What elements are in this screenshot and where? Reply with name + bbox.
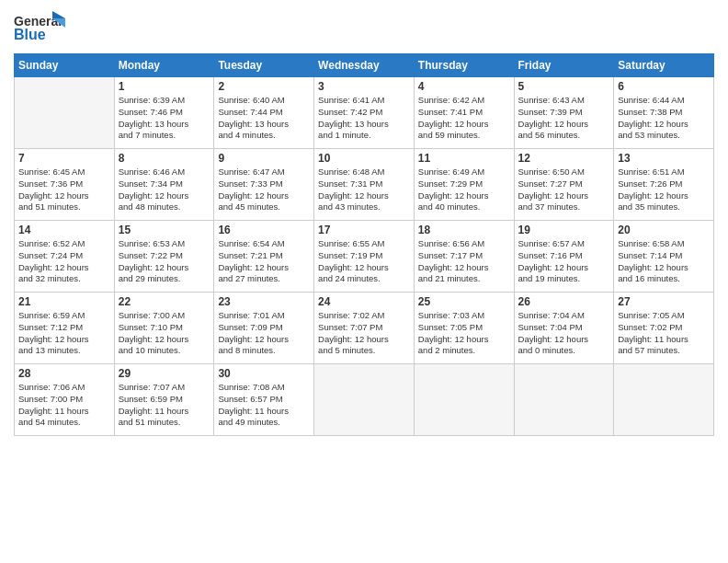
week-row-3: 14Sunrise: 6:52 AM Sunset: 7:24 PM Dayli… <box>15 221 714 293</box>
day-info: Sunrise: 6:42 AM Sunset: 7:41 PM Dayligh… <box>418 95 510 142</box>
calendar-cell: 18Sunrise: 6:56 AM Sunset: 7:17 PM Dayli… <box>414 221 514 293</box>
calendar-cell: 16Sunrise: 6:54 AM Sunset: 7:21 PM Dayli… <box>214 221 314 293</box>
week-row-1: 1Sunrise: 6:39 AM Sunset: 7:46 PM Daylig… <box>15 77 714 149</box>
logo-svg: GeneralBlue <box>14 9 69 46</box>
calendar-cell: 15Sunrise: 6:53 AM Sunset: 7:22 PM Dayli… <box>114 221 214 293</box>
calendar-cell: 25Sunrise: 7:03 AM Sunset: 7:05 PM Dayli… <box>414 293 514 364</box>
day-number: 29 <box>119 367 210 380</box>
calendar-cell: 22Sunrise: 7:00 AM Sunset: 7:10 PM Dayli… <box>114 293 214 364</box>
day-number: 17 <box>318 224 410 236</box>
day-number: 4 <box>418 80 510 93</box>
logo: GeneralBlue <box>14 9 69 46</box>
calendar-cell: 12Sunrise: 6:50 AM Sunset: 7:27 PM Dayli… <box>514 149 614 221</box>
calendar-cell: 11Sunrise: 6:49 AM Sunset: 7:29 PM Dayli… <box>414 149 514 221</box>
day-number: 30 <box>218 367 310 380</box>
day-info: Sunrise: 6:58 AM Sunset: 7:14 PM Dayligh… <box>618 238 710 285</box>
day-number: 1 <box>119 80 210 93</box>
calendar-body: 1Sunrise: 6:39 AM Sunset: 7:46 PM Daylig… <box>15 77 714 436</box>
calendar-cell: 26Sunrise: 7:04 AM Sunset: 7:04 PM Dayli… <box>514 293 614 364</box>
calendar-header-row: SundayMondayTuesdayWednesdayThursdayFrid… <box>15 54 714 77</box>
calendar-cell <box>614 364 714 436</box>
day-number: 14 <box>18 224 110 236</box>
day-number: 25 <box>418 295 510 308</box>
calendar-cell: 6Sunrise: 6:44 AM Sunset: 7:38 PM Daylig… <box>614 77 714 149</box>
day-number: 24 <box>318 295 410 308</box>
day-number: 9 <box>218 152 310 165</box>
calendar-cell: 29Sunrise: 7:07 AM Sunset: 6:59 PM Dayli… <box>114 364 214 436</box>
calendar-cell: 2Sunrise: 6:40 AM Sunset: 7:44 PM Daylig… <box>214 77 314 149</box>
day-info: Sunrise: 6:46 AM Sunset: 7:34 PM Dayligh… <box>119 167 210 213</box>
svg-marker-1 <box>52 11 65 18</box>
day-number: 5 <box>518 80 610 93</box>
calendar-cell: 10Sunrise: 6:48 AM Sunset: 7:31 PM Dayli… <box>314 149 415 221</box>
day-info: Sunrise: 6:48 AM Sunset: 7:31 PM Dayligh… <box>318 167 410 213</box>
day-info: Sunrise: 6:56 AM Sunset: 7:17 PM Dayligh… <box>418 238 510 285</box>
column-header-monday: Monday <box>114 54 214 77</box>
day-info: Sunrise: 6:39 AM Sunset: 7:46 PM Dayligh… <box>119 95 210 142</box>
calendar-cell <box>414 364 514 436</box>
calendar-cell: 30Sunrise: 7:08 AM Sunset: 6:57 PM Dayli… <box>214 364 314 436</box>
calendar-cell <box>314 364 415 436</box>
day-info: Sunrise: 7:00 AM Sunset: 7:10 PM Dayligh… <box>119 310 210 357</box>
day-number: 10 <box>318 152 410 165</box>
day-info: Sunrise: 6:53 AM Sunset: 7:22 PM Dayligh… <box>119 238 210 285</box>
day-number: 26 <box>518 295 610 308</box>
week-row-5: 28Sunrise: 7:06 AM Sunset: 7:00 PM Dayli… <box>15 364 714 436</box>
column-header-tuesday: Tuesday <box>214 54 314 77</box>
day-info: Sunrise: 7:04 AM Sunset: 7:04 PM Dayligh… <box>518 310 610 357</box>
calendar-cell: 7Sunrise: 6:45 AM Sunset: 7:36 PM Daylig… <box>15 149 115 221</box>
day-number: 23 <box>218 295 310 308</box>
day-info: Sunrise: 6:49 AM Sunset: 7:29 PM Dayligh… <box>418 167 510 213</box>
day-info: Sunrise: 7:07 AM Sunset: 6:59 PM Dayligh… <box>119 382 210 429</box>
week-row-4: 21Sunrise: 6:59 AM Sunset: 7:12 PM Dayli… <box>15 293 714 364</box>
calendar-cell: 9Sunrise: 6:47 AM Sunset: 7:33 PM Daylig… <box>214 149 314 221</box>
day-info: Sunrise: 7:05 AM Sunset: 7:02 PM Dayligh… <box>618 310 710 357</box>
day-info: Sunrise: 6:51 AM Sunset: 7:26 PM Dayligh… <box>618 167 710 213</box>
day-number: 22 <box>119 295 210 308</box>
calendar-cell: 20Sunrise: 6:58 AM Sunset: 7:14 PM Dayli… <box>614 221 714 293</box>
day-number: 13 <box>618 152 710 165</box>
day-number: 8 <box>119 152 210 165</box>
calendar-cell: 24Sunrise: 7:02 AM Sunset: 7:07 PM Dayli… <box>314 293 415 364</box>
calendar-cell: 1Sunrise: 6:39 AM Sunset: 7:46 PM Daylig… <box>114 77 214 149</box>
column-header-friday: Friday <box>514 54 614 77</box>
day-number: 19 <box>518 224 610 236</box>
column-header-saturday: Saturday <box>614 54 714 77</box>
calendar-cell: 14Sunrise: 6:52 AM Sunset: 7:24 PM Dayli… <box>15 221 115 293</box>
day-info: Sunrise: 7:06 AM Sunset: 7:00 PM Dayligh… <box>18 382 110 429</box>
day-info: Sunrise: 6:43 AM Sunset: 7:39 PM Dayligh… <box>518 95 610 142</box>
calendar-cell: 21Sunrise: 6:59 AM Sunset: 7:12 PM Dayli… <box>15 293 115 364</box>
calendar-cell: 3Sunrise: 6:41 AM Sunset: 7:42 PM Daylig… <box>314 77 415 149</box>
calendar-cell <box>514 364 614 436</box>
day-number: 28 <box>18 367 110 380</box>
day-info: Sunrise: 6:50 AM Sunset: 7:27 PM Dayligh… <box>518 167 610 213</box>
day-info: Sunrise: 7:08 AM Sunset: 6:57 PM Dayligh… <box>218 382 310 429</box>
day-number: 16 <box>218 224 310 236</box>
day-number: 2 <box>218 80 310 93</box>
day-number: 15 <box>119 224 210 236</box>
day-number: 7 <box>18 152 110 165</box>
day-info: Sunrise: 7:01 AM Sunset: 7:09 PM Dayligh… <box>218 310 310 357</box>
svg-text:Blue: Blue <box>14 27 46 42</box>
week-row-2: 7Sunrise: 6:45 AM Sunset: 7:36 PM Daylig… <box>15 149 714 221</box>
calendar-cell <box>15 77 115 149</box>
day-info: Sunrise: 6:54 AM Sunset: 7:21 PM Dayligh… <box>218 238 310 285</box>
column-header-sunday: Sunday <box>15 54 115 77</box>
calendar-cell: 17Sunrise: 6:55 AM Sunset: 7:19 PM Dayli… <box>314 221 415 293</box>
day-number: 18 <box>418 224 510 236</box>
calendar-cell: 4Sunrise: 6:42 AM Sunset: 7:41 PM Daylig… <box>414 77 514 149</box>
day-info: Sunrise: 6:57 AM Sunset: 7:16 PM Dayligh… <box>518 238 610 285</box>
calendar-cell: 27Sunrise: 7:05 AM Sunset: 7:02 PM Dayli… <box>614 293 714 364</box>
day-info: Sunrise: 6:47 AM Sunset: 7:33 PM Dayligh… <box>218 167 310 213</box>
day-number: 21 <box>18 295 110 308</box>
day-info: Sunrise: 7:03 AM Sunset: 7:05 PM Dayligh… <box>418 310 510 357</box>
day-number: 6 <box>618 80 710 93</box>
day-number: 3 <box>318 80 410 93</box>
calendar-cell: 8Sunrise: 6:46 AM Sunset: 7:34 PM Daylig… <box>114 149 214 221</box>
day-info: Sunrise: 6:40 AM Sunset: 7:44 PM Dayligh… <box>218 95 310 142</box>
calendar-cell: 28Sunrise: 7:06 AM Sunset: 7:00 PM Dayli… <box>15 364 115 436</box>
calendar-cell: 19Sunrise: 6:57 AM Sunset: 7:16 PM Dayli… <box>514 221 614 293</box>
day-info: Sunrise: 6:41 AM Sunset: 7:42 PM Dayligh… <box>318 95 410 142</box>
column-header-thursday: Thursday <box>414 54 514 77</box>
calendar-cell: 13Sunrise: 6:51 AM Sunset: 7:26 PM Dayli… <box>614 149 714 221</box>
